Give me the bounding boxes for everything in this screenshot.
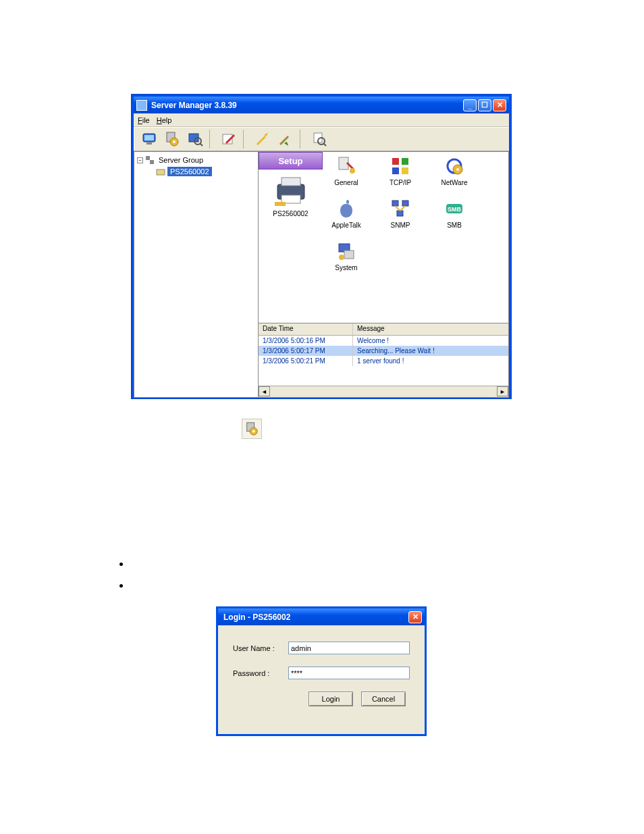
tcpip-icon bbox=[390, 156, 410, 176]
server-manager-window: Server Manager 3.8.39 _ ☐ ✕ File Help bbox=[132, 95, 511, 398]
setup-header: Setup bbox=[259, 152, 323, 170]
tree-pane: − Server Group PS2560002 bbox=[134, 151, 259, 398]
svg-rect-33 bbox=[402, 201, 408, 206]
system-icon bbox=[336, 241, 356, 261]
setup-tcpip[interactable]: TCP/IP bbox=[382, 156, 419, 186]
svg-line-14 bbox=[323, 143, 326, 146]
menu-help[interactable]: Help bbox=[157, 116, 172, 124]
log-row[interactable]: 1/3/2006 5:00:17 PM Searching... Please … bbox=[259, 346, 508, 356]
snmp-icon bbox=[390, 199, 410, 219]
app-icon bbox=[136, 100, 147, 111]
setup-standalone-icon bbox=[242, 419, 262, 439]
netware-icon bbox=[444, 156, 464, 176]
scroll-left-icon[interactable]: ◄ bbox=[259, 386, 270, 396]
setup-system[interactable]: System bbox=[328, 241, 365, 271]
svg-text:SMB: SMB bbox=[448, 206, 462, 213]
system-label: System bbox=[335, 264, 357, 271]
toolbar-setup-gear-icon[interactable] bbox=[161, 129, 184, 149]
log-row[interactable]: 1/3/2006 5:00:16 PM Welcome ! bbox=[259, 336, 508, 346]
setup-snmp[interactable]: SNMP bbox=[382, 199, 419, 229]
svg-point-31 bbox=[346, 200, 349, 204]
toolbar-monitor-icon[interactable] bbox=[138, 129, 161, 149]
svg-marker-11 bbox=[284, 142, 288, 146]
login-button[interactable]: Login bbox=[308, 692, 353, 706]
printer-icon bbox=[272, 175, 310, 207]
svg-rect-19 bbox=[281, 178, 300, 186]
toolbar-wizard-icon[interactable] bbox=[251, 129, 274, 149]
snmp-label: SNMP bbox=[391, 221, 410, 229]
general-icon bbox=[336, 156, 356, 176]
server-group-icon bbox=[144, 155, 155, 165]
maximize-button[interactable]: ☐ bbox=[478, 99, 491, 111]
printer-tree-icon bbox=[156, 167, 165, 176]
toolbar bbox=[134, 127, 509, 151]
svg-rect-15 bbox=[146, 156, 150, 160]
password-input[interactable] bbox=[288, 667, 410, 679]
svg-point-5 bbox=[173, 140, 176, 143]
svg-rect-21 bbox=[275, 202, 286, 206]
smb-label: SMB bbox=[447, 221, 462, 229]
titlebar[interactable]: Server Manager 3.8.39 _ ☐ ✕ bbox=[134, 97, 509, 113]
minimize-button[interactable]: _ bbox=[463, 99, 477, 111]
smb-icon: SMB bbox=[444, 199, 464, 219]
login-titlebar[interactable]: Login - PS256002 ✕ bbox=[218, 608, 425, 625]
svg-point-39 bbox=[339, 255, 344, 260]
appletalk-label: AppleTalk bbox=[331, 221, 360, 229]
general-label: General bbox=[334, 179, 358, 186]
toolbar-write-icon[interactable] bbox=[217, 129, 240, 149]
tree-child-selected[interactable]: PS2560002 bbox=[167, 167, 212, 176]
username-label: User Name : bbox=[233, 644, 283, 652]
login-dialog: Login - PS256002 ✕ User Name : Password … bbox=[216, 606, 427, 736]
svg-point-23 bbox=[350, 168, 355, 174]
svg-rect-34 bbox=[397, 211, 403, 216]
svg-rect-27 bbox=[402, 167, 408, 174]
password-label: Password : bbox=[233, 669, 283, 677]
login-title: Login - PS256002 bbox=[221, 613, 408, 622]
svg-rect-25 bbox=[402, 158, 408, 165]
svg-rect-32 bbox=[392, 201, 398, 206]
bullet-icon bbox=[119, 563, 123, 566]
window-title: Server Manager 3.8.39 bbox=[151, 101, 463, 110]
svg-rect-16 bbox=[150, 160, 154, 164]
tree-collapse-icon[interactable]: − bbox=[137, 157, 143, 163]
log-pane: Date Time Message 1/3/2006 5:00:16 PM We… bbox=[259, 323, 508, 397]
printer-caption: PS2560002 bbox=[273, 210, 308, 217]
svg-rect-17 bbox=[157, 170, 165, 175]
netware-label: NetWare bbox=[441, 179, 467, 186]
bullet-icon bbox=[119, 584, 123, 588]
login-close-button[interactable]: ✕ bbox=[408, 611, 422, 623]
svg-rect-2 bbox=[146, 142, 152, 145]
menubar: File Help bbox=[134, 113, 509, 127]
setup-netware[interactable]: NetWare bbox=[436, 156, 473, 186]
setup-appletalk[interactable]: AppleTalk bbox=[328, 199, 365, 229]
svg-line-8 bbox=[200, 143, 203, 146]
log-header-message[interactable]: Message bbox=[353, 323, 508, 335]
svg-rect-24 bbox=[392, 158, 399, 165]
svg-rect-26 bbox=[392, 167, 399, 174]
apple-icon bbox=[336, 199, 356, 219]
username-input[interactable] bbox=[288, 642, 410, 654]
svg-point-30 bbox=[456, 168, 459, 171]
tree-root-label[interactable]: Server Group bbox=[157, 155, 205, 165]
tcpip-label: TCP/IP bbox=[390, 179, 411, 186]
toolbar-search-icon[interactable] bbox=[184, 129, 207, 149]
scroll-right-icon[interactable]: ► bbox=[497, 386, 508, 396]
setup-smb[interactable]: SMB SMB bbox=[436, 199, 473, 229]
menu-file[interactable]: File bbox=[138, 116, 150, 124]
svg-rect-38 bbox=[344, 251, 354, 259]
toolbar-wand-down-icon[interactable] bbox=[274, 129, 297, 149]
cancel-button[interactable]: Cancel bbox=[361, 692, 406, 706]
log-row[interactable]: 1/3/2006 5:00:21 PM 1 server found ! bbox=[259, 356, 508, 366]
horizontal-scrollbar[interactable]: ◄ ► bbox=[259, 386, 508, 397]
toolbar-refresh-search-icon[interactable] bbox=[308, 129, 331, 149]
svg-rect-1 bbox=[144, 135, 154, 140]
close-button[interactable]: ✕ bbox=[493, 99, 506, 111]
setup-general[interactable]: General bbox=[328, 156, 365, 186]
log-header-datetime[interactable]: Date Time bbox=[259, 323, 353, 335]
svg-point-42 bbox=[252, 430, 255, 433]
